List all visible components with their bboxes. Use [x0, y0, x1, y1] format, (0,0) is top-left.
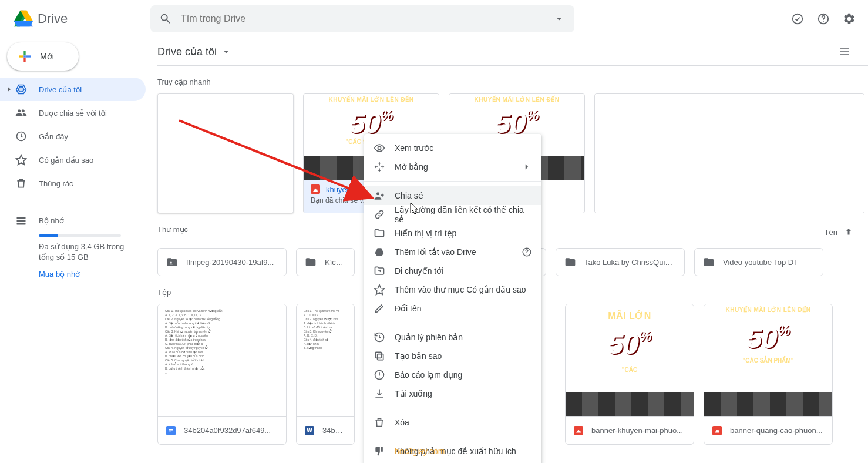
storage-icon: [14, 213, 28, 227]
thumbnail: [595, 94, 864, 213]
ctx-add-shortcut[interactable]: Thêm lối tắt vào Drive: [364, 243, 541, 261]
breadcrumb-caret-icon[interactable]: [220, 46, 232, 58]
folder-outline-icon: [374, 227, 385, 239]
file-card[interactable]: Câu 1. The quantum the và trình hướng dẫ…: [157, 304, 287, 445]
svg-rect-26: [378, 354, 383, 360]
nav-label: Drive của tôi: [39, 85, 82, 94]
image-file-icon: [712, 426, 722, 435]
ctx-delete[interactable]: Xóa: [364, 413, 541, 432]
my-drive-icon: [14, 82, 28, 96]
svg-rect-18: [17, 223, 26, 224]
file-card[interactable]: Câu 1. The quantum the vàA. 1 II III IVC…: [296, 304, 355, 445]
nav-label: Thùng rác: [39, 179, 73, 188]
ready-offline-icon[interactable]: [786, 7, 809, 31]
search-options-caret-icon[interactable]: [547, 7, 571, 31]
ctx-label: Thêm lối tắt vào Drive: [395, 247, 476, 257]
move-icon: [374, 265, 385, 277]
info-icon[interactable]: [522, 247, 532, 257]
svg-marker-15: [16, 155, 26, 165]
sort-label[interactable]: Tên: [825, 228, 837, 237]
breadcrumb-label: Drive của tôi: [157, 45, 217, 58]
open-with-icon: [374, 161, 385, 173]
svg-point-8: [793, 14, 803, 24]
logo-area[interactable]: Drive: [5, 7, 150, 31]
file-card[interactable]: KHUYẾN MÃI LỚN LÊN ĐẾN 50% "CÁC SẢN PHẨM…: [704, 304, 833, 445]
buy-storage-link[interactable]: Mua bộ nhớ: [39, 270, 146, 279]
ctx-label: Di chuyển tới: [395, 266, 443, 276]
image-file-icon: [311, 184, 320, 194]
nav-label: Được chia sẻ với tôi: [39, 109, 107, 118]
svg-marker-13: [18, 87, 24, 92]
divider: [364, 181, 541, 182]
folder-chip[interactable]: Tako Luka by ChrissQuint...: [556, 248, 685, 276]
ctx-label: Chia sẻ: [395, 191, 423, 200]
ctx-label: Tải xuống: [395, 389, 432, 398]
breadcrumb-row: Drive của tôi: [157, 38, 868, 66]
trash-icon: [14, 176, 28, 190]
history-icon: [374, 331, 385, 343]
ctx-label: Đổi tên: [395, 304, 422, 313]
nav-shared[interactable]: Được chia sẻ với tôi: [0, 101, 146, 125]
eye-icon: [374, 142, 385, 154]
file-card[interactable]: MÃI LỚN 50% "CÁC banner-khuyen-mai-phuo.…: [565, 304, 694, 445]
folder-chip[interactable]: Video youtube Top DT: [694, 248, 823, 276]
thumbnail: MÃI LỚN 50% "CÁC: [566, 304, 694, 416]
quick-card[interactable]: [157, 93, 294, 213]
thumbs-down-icon: [374, 445, 385, 457]
folder-name: Kích ho...: [325, 258, 346, 267]
nav-my-drive[interactable]: Drive của tôi: [0, 78, 146, 101]
file-name: banner-khuyen-mai-phuo...: [591, 426, 683, 435]
view-list-icon[interactable]: [833, 40, 856, 63]
ctx-preview[interactable]: Xem trước: [364, 139, 541, 157]
file-name: 34b204a0f932d97af649...: [184, 426, 271, 435]
ctx-get-link[interactable]: Lấy đường dẫn liên kết có thể chia sẻ: [364, 205, 541, 224]
nav-recent[interactable]: Gần đây: [0, 125, 146, 148]
folder-chip[interactable]: ffmpeg-20190430-19af9...: [157, 248, 287, 276]
new-button[interactable]: Mới: [7, 42, 79, 71]
new-button-label: Mới: [40, 52, 54, 61]
ctx-report-abuse[interactable]: Báo cáo lạm dụng: [364, 365, 541, 384]
word-icon: W: [305, 426, 314, 435]
nav-storage[interactable]: Bộ nhớ: [14, 209, 146, 232]
nav-trash[interactable]: Thùng rác: [0, 172, 146, 195]
ctx-label: Xóa: [395, 418, 409, 427]
folder-icon: [703, 256, 715, 268]
ctx-add-star[interactable]: Thêm vào thư mục Có gắn dấu sao: [364, 280, 541, 299]
tree-caret-icon[interactable]: [5, 86, 14, 93]
shared-icon: [14, 106, 28, 120]
sort-arrow-up-icon[interactable]: [843, 227, 854, 237]
divider: [364, 437, 541, 437]
nav-starred[interactable]: Có gắn dấu sao: [0, 148, 146, 172]
settings-gear-icon[interactable]: [837, 7, 861, 31]
folder-name: Video youtube Top DT: [723, 258, 798, 267]
search-input[interactable]: [177, 14, 547, 24]
ctx-open-with[interactable]: Mở bằng: [364, 157, 541, 176]
folder-icon: [564, 256, 576, 268]
svg-marker-25: [375, 285, 385, 295]
file-name: banner-quang-cao-phuon...: [730, 426, 823, 435]
ctx-manage-versions[interactable]: Quản lý phiên bản: [364, 328, 541, 347]
search-icon[interactable]: [154, 7, 177, 31]
ctx-share[interactable]: Chia sẻ: [364, 186, 541, 205]
folders-label: Thư mục: [157, 225, 188, 234]
app-header: Drive: [0, 0, 868, 38]
ctx-download[interactable]: Tải xuống: [364, 384, 541, 403]
folder-chip[interactable]: Kích ho...: [296, 248, 355, 276]
breadcrumb[interactable]: Drive của tôi: [157, 45, 232, 58]
ctx-rename[interactable]: Đổi tên: [364, 299, 541, 318]
ctx-show-location[interactable]: Hiển thị vị trí tệp: [364, 224, 541, 243]
ctx-move-to[interactable]: Di chuyển tới: [364, 261, 541, 280]
folder-icon: [305, 256, 317, 268]
storage-section: Bộ nhớ Đã sử dụng 3,4 GB trong tổng số 1…: [0, 205, 146, 279]
storage-text: Đã sử dụng 3,4 GB trong tổng số 15 GB: [39, 241, 133, 263]
header-actions: [786, 7, 863, 31]
help-icon[interactable]: [812, 7, 835, 31]
ctx-not-useful[interactable]: Không phải mục đề xuất hữu ích: [364, 442, 541, 461]
ctx-label: Thêm vào thư mục Có gắn dấu sao: [395, 285, 526, 294]
svg-point-19: [170, 262, 172, 264]
divider: [0, 200, 146, 200]
ctx-make-copy[interactable]: Tạo bản sao: [364, 347, 541, 365]
star-icon: [14, 153, 28, 167]
search-bar[interactable]: [150, 5, 574, 32]
quick-card[interactable]: [594, 93, 864, 213]
